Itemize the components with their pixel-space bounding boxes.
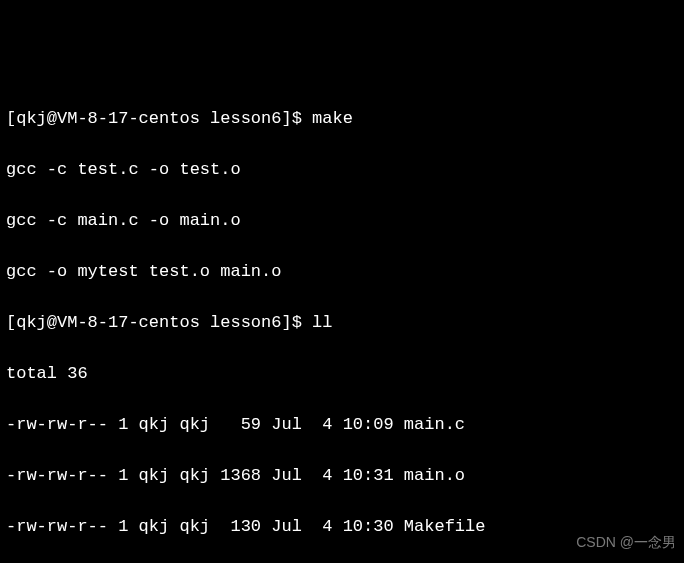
terminal-line: [qkj@VM-8-17-centos lesson6]$ make	[6, 106, 678, 132]
output-line: total 36	[6, 361, 678, 387]
command-text[interactable]: make	[312, 109, 353, 128]
shell-prompt: [qkj@VM-8-17-centos lesson6]$	[6, 313, 312, 332]
shell-prompt: [qkj@VM-8-17-centos lesson6]$	[6, 109, 312, 128]
terminal-line: [qkj@VM-8-17-centos lesson6]$ ll	[6, 310, 678, 336]
output-line: gcc -c main.c -o main.o	[6, 208, 678, 234]
file-entry: -rw-rw-r-- 1 qkj qkj 1368 Jul 4 10:31 ma…	[6, 463, 678, 489]
watermark-text: CSDN @一念男	[576, 532, 676, 553]
output-line: gcc -c test.c -o test.o	[6, 157, 678, 183]
command-text[interactable]: ll	[312, 313, 332, 332]
output-line: gcc -o mytest test.o main.o	[6, 259, 678, 285]
file-entry: -rw-rw-r-- 1 qkj qkj 59 Jul 4 10:09 main…	[6, 412, 678, 438]
